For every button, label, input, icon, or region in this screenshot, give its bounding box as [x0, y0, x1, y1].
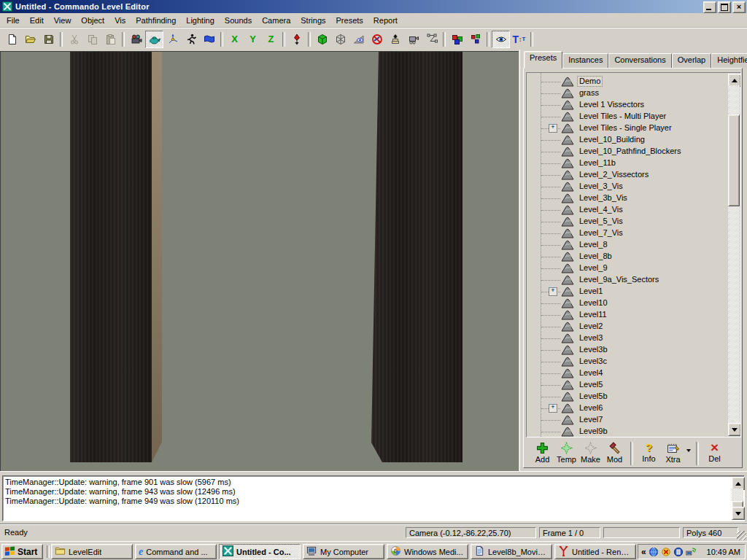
network-monitor-icon[interactable]	[686, 547, 696, 557]
taskbar-button-command-and[interactable]: eCommand and ...	[135, 544, 217, 559]
make-preset-button[interactable]: Make	[578, 441, 603, 466]
wire-cube-button[interactable]	[331, 31, 349, 48]
menu-view[interactable]: View	[49, 15, 77, 26]
stack-up-button[interactable]	[386, 31, 404, 48]
rgb-cubes-button[interactable]	[448, 31, 466, 48]
menu-vis[interactable]: Vis	[109, 15, 131, 26]
vis-disable-button[interactable]	[368, 31, 386, 48]
taskbar-button-untitled-co[interactable]: Untitled - Co...	[219, 544, 301, 559]
xtra-dropdown-arrow[interactable]	[685, 444, 692, 457]
tree-item[interactable]: Level_5_Vis	[527, 216, 727, 228]
save-button[interactable]	[39, 31, 58, 48]
tab-presets[interactable]: Presets	[524, 51, 562, 69]
tree-item[interactable]: +Level1	[527, 286, 727, 298]
drop-to-ground-button[interactable]	[287, 31, 306, 48]
tree-item[interactable]: Level7	[527, 414, 727, 426]
tree-item[interactable]: Level_3_Vis	[527, 181, 727, 192]
eye-button[interactable]	[492, 31, 510, 48]
log-scrollbar[interactable]	[732, 477, 743, 520]
tree-item[interactable]: Level_7_Vis	[527, 228, 727, 239]
tree-item[interactable]: +Level6	[527, 402, 727, 414]
tree-item[interactable]: +Level Tiles - Single Player	[527, 122, 727, 134]
tree-item[interactable]: Level_3b_Vis	[527, 192, 727, 204]
taskbar-button-leveledit[interactable]: LevelEdit	[51, 544, 133, 559]
tab-instances[interactable]: Instances	[562, 53, 608, 69]
tree-item[interactable]: Level9b	[527, 426, 727, 438]
resize-grip[interactable]	[737, 531, 746, 540]
menu-pathfinding[interactable]: Pathfinding	[131, 15, 181, 26]
copy-button[interactable]	[83, 31, 101, 48]
scroll-down-button[interactable]	[728, 423, 741, 436]
title-bar[interactable]: Untitled - Commando Level Editor ×	[0, 0, 747, 13]
menu-strings[interactable]: Strings	[295, 15, 330, 26]
tree-item[interactable]: Level_10_Building	[527, 134, 727, 146]
info-preset-button[interactable]: ?Info	[637, 441, 661, 466]
expand-plus-icon[interactable]: +	[549, 287, 557, 296]
taskbar-button-my-computer[interactable]: My Computer	[303, 544, 384, 559]
tree-scrollbar[interactable]	[728, 74, 740, 436]
tree-item[interactable]: Level3b	[527, 344, 727, 356]
axis-gizmo-button[interactable]	[163, 31, 182, 48]
globe-icon[interactable]	[649, 547, 659, 557]
movie-camera-button[interactable]	[127, 31, 145, 48]
taskbar-button-level8b-movie[interactable]: Level8b_Movie...	[471, 544, 552, 559]
cut-button[interactable]	[65, 31, 83, 48]
alert-ball-icon[interactable]	[661, 547, 671, 557]
scrollbar-thumb[interactable]	[728, 114, 740, 206]
temp-preset-button[interactable]: Temp	[554, 441, 578, 466]
tree-item[interactable]: Level Tiles - Multi Player	[527, 111, 727, 122]
presets-tree[interactable]: DemograssLevel 1 VissectorsLevel Tiles -…	[526, 72, 741, 438]
tree-item[interactable]: Level4	[527, 368, 727, 379]
menu-lighting[interactable]: Lighting	[181, 15, 220, 26]
tree-item[interactable]: Level_11b	[527, 158, 727, 169]
tree-item[interactable]: Level_4_Vis	[527, 204, 727, 216]
tree-item[interactable]: Demo	[527, 76, 727, 88]
disc-doc-icon[interactable]	[673, 547, 684, 557]
menu-sounds[interactable]: Sounds	[220, 15, 257, 26]
axis-y-button[interactable]: Y	[244, 31, 262, 48]
new-file-button[interactable]	[3, 31, 21, 48]
running-man-button[interactable]	[182, 31, 200, 48]
polygon-tool-button[interactable]	[422, 31, 441, 48]
rgb-squares-button[interactable]	[466, 31, 484, 48]
tree-item[interactable]: Level3c	[527, 356, 727, 368]
menu-object[interactable]: Object	[76, 15, 109, 26]
close-button[interactable]: ×	[732, 1, 746, 13]
tree-item[interactable]: Level_2_Vissectors	[527, 169, 727, 181]
camera-dolly-button[interactable]	[404, 31, 422, 48]
del-preset-button[interactable]: ×Del	[703, 441, 727, 466]
scroll-down-button[interactable]	[732, 507, 745, 520]
tab-heightfield[interactable]: Heightfield	[711, 53, 747, 69]
tree-item[interactable]: Level_8	[527, 239, 727, 251]
expand-plus-icon[interactable]: +	[549, 404, 557, 413]
menu-edit[interactable]: Edit	[25, 15, 49, 26]
open-folder-button[interactable]	[21, 31, 39, 48]
tray-expand-chevron[interactable]: «	[641, 547, 646, 557]
paste-button[interactable]	[101, 31, 120, 48]
tree-item[interactable]: Level5	[527, 379, 727, 391]
tree-item[interactable]: Level_8b	[527, 251, 727, 262]
tree-item[interactable]: Level_10_Pathfind_Blockers	[527, 146, 727, 158]
minimize-button[interactable]	[703, 1, 716, 13]
expand-plus-icon[interactable]: +	[549, 124, 557, 133]
viewport-3d[interactable]	[0, 51, 519, 471]
tree-item[interactable]: Level3	[527, 332, 727, 344]
solid-cube-button[interactable]	[313, 31, 331, 48]
tree-item[interactable]: Level2	[527, 321, 727, 332]
menu-camera[interactable]: Camera	[257, 15, 295, 26]
tree-item[interactable]: Level5b	[527, 391, 727, 402]
start-button[interactable]: Start	[1, 544, 43, 559]
add-preset-button[interactable]: Add	[530, 441, 554, 466]
axis-z-button[interactable]: Z	[262, 31, 280, 48]
vis-camera-button[interactable]	[349, 31, 368, 48]
axis-x-button[interactable]: X	[225, 31, 244, 48]
tree-item[interactable]: Level11	[527, 309, 727, 321]
text-tool-button[interactable]: T↕T	[510, 31, 528, 48]
tab-conversations[interactable]: Conversations	[608, 53, 671, 69]
waypoint-flag-button[interactable]	[200, 31, 218, 48]
menu-report[interactable]: Report	[368, 15, 403, 26]
tree-item[interactable]: Level_9	[527, 262, 727, 274]
xtra-preset-button[interactable]: Xtra	[661, 441, 685, 466]
taskbar-button-untitled-renx[interactable]: Untitled - RenX...	[554, 544, 636, 559]
menu-file[interactable]: File	[1, 15, 25, 26]
